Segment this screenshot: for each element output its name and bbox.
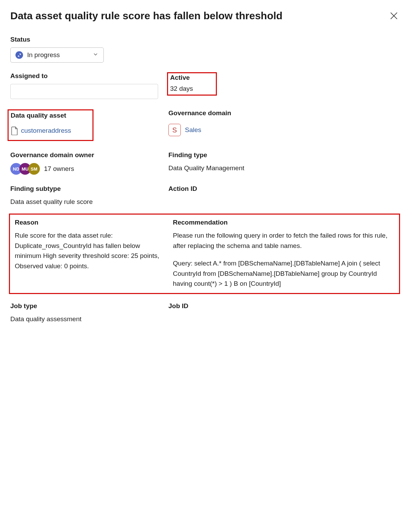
data-quality-asset-link[interactable]: customeraddress	[21, 127, 71, 134]
status-value: In progress	[27, 51, 60, 59]
highlight-asset: Data quality asset customeraddress	[8, 109, 93, 141]
governance-domain-owner-label: Governance domain owner	[10, 151, 165, 159]
active-label: Active	[170, 74, 213, 82]
recommendation-label: Recommendation	[173, 219, 394, 226]
close-icon	[389, 11, 399, 21]
highlight-active: Active 32 days	[167, 72, 217, 96]
finding-subtype-label: Finding subtype	[10, 185, 165, 193]
finding-type-label: Finding type	[168, 151, 399, 159]
governance-domain-link[interactable]: Sales	[185, 126, 201, 134]
action-id-label: Action ID	[168, 185, 399, 193]
file-icon	[11, 126, 18, 135]
job-id-label: Job ID	[168, 302, 399, 310]
data-quality-asset-label: Data quality asset	[11, 112, 90, 119]
assigned-to-input[interactable]	[10, 84, 158, 99]
highlight-reason-recommendation: Reason Rule score for the data asset rul…	[9, 214, 400, 294]
status-dropdown[interactable]: In progress	[10, 47, 104, 63]
reason-label: Reason	[15, 219, 166, 226]
assigned-to-label: Assigned to	[10, 72, 165, 80]
governance-domain-label: Governance domain	[168, 109, 399, 117]
owners-count: 17 owners	[44, 165, 74, 173]
recommendation-value: Please run the following query in order …	[173, 230, 394, 289]
finding-type-value: Data Quality Management	[168, 163, 399, 173]
recommendation-paragraph-1: Please run the following query in order …	[173, 230, 394, 251]
finding-subtype-value: Data asset quality rule score	[10, 197, 165, 207]
close-button[interactable]	[389, 11, 399, 21]
page-title: Data asset quality rule score has fallen…	[10, 10, 283, 22]
recommendation-paragraph-2: Query: select A.* from [DBSchemaName].[D…	[173, 258, 394, 289]
refresh-icon	[15, 51, 23, 59]
governance-domain-badge: S	[168, 124, 181, 136]
job-type-value: Data quality assessment	[10, 314, 165, 324]
avatar: SM	[28, 163, 40, 175]
status-label: Status	[10, 36, 399, 43]
owner-avatars[interactable]: ND MU SM	[10, 163, 40, 175]
reason-value: Rule score for the data asset rule: Dupl…	[15, 230, 166, 271]
job-type-label: Job type	[10, 302, 165, 310]
active-value: 32 days	[170, 85, 213, 93]
chevron-down-icon	[92, 51, 99, 59]
